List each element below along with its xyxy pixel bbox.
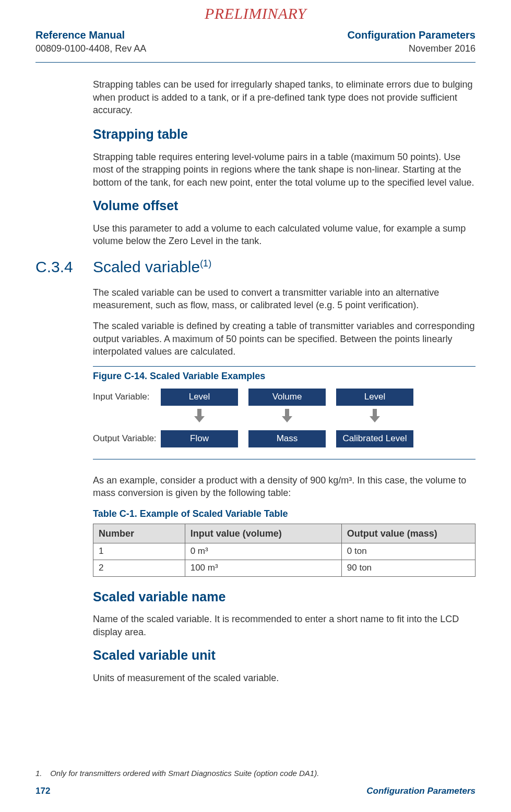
footnote-ref[interactable]: (1) [200,258,211,269]
section-c34-row: C.3.4 Scaled variable(1) [35,257,476,278]
sv-unit-paragraph: Units of measurement of the scaled varia… [93,672,476,684]
scaled-variable-p1: The scaled variable can be used to conve… [93,286,476,312]
scaled-variable-table: Number Input value (volume) Output value… [93,524,476,577]
volume-offset-heading: Volume offset [93,197,476,215]
sv-name-heading: Scaled variable name [93,588,476,606]
input-variable-label: Input Variable: [93,391,161,403]
footnote: 1. Only for transmitters ordered with Sm… [35,768,319,779]
page-content: Strapping tables can be used for irregul… [0,63,511,684]
th-input: Input value (volume) [185,524,341,543]
section-heading: Scaled variable(1) [93,257,211,278]
strapping-table-heading: Strapping table [93,126,476,143]
cell-input: 100 m³ [185,560,341,576]
preliminary-watermark: PRELIMINARY [205,3,306,25]
th-output: Output value (mass) [341,524,475,543]
arrow-cell-0 [161,409,238,427]
cell-input: 0 m³ [185,543,341,560]
page-number: 172 [35,785,50,797]
output-cell-1: Mass [248,430,326,447]
output-cell-0: Flow [161,430,238,447]
figure-c14: Input Variable: Level Volume Level [93,389,476,459]
svg-rect-4 [373,409,377,416]
header-right: Configuration Parameters November 2016 [347,28,476,55]
header-section: Configuration Parameters [347,28,476,42]
sv-name-paragraph: Name of the scaled variable. It is recom… [93,613,476,638]
header-left: Reference Manual 00809-0100-4408, Rev AA [35,28,146,55]
table-title: Table C-1. Example of Scaled Variable Ta… [93,507,476,520]
th-number: Number [93,524,185,543]
figure-title: Figure C-14. Scaled Variable Examples [93,366,476,382]
volume-offset-paragraph: Use this parameter to add a volume to ea… [93,222,476,248]
table-row: 2 100 m³ 90 ton [93,560,476,576]
table-header-row: Number Input value (volume) Output value… [93,524,476,543]
footnote-num: 1. [35,768,48,779]
section-number: C.3.4 [35,257,93,278]
doc-id: 00809-0100-4408, Rev AA [35,42,146,55]
figure-input-row: Input Variable: Level Volume Level [93,389,476,406]
arrow-down-icon [193,409,206,423]
svg-marker-3 [282,416,292,422]
output-variable-label: Output Variable: [93,433,161,445]
header-date: November 2016 [347,42,476,55]
svg-marker-1 [194,416,205,422]
svg-rect-2 [285,409,289,416]
cell-output: 90 ton [341,560,475,576]
arrow-cell-2 [336,409,413,427]
strapping-table-paragraph: Strapping table requires entering level-… [93,151,476,189]
svg-rect-0 [197,409,201,416]
output-cell-2: Calibrated Level [336,430,413,447]
intro-paragraph: Strapping tables can be used for irregul… [93,78,476,116]
cell-num: 1 [93,543,185,560]
arrow-down-icon [281,409,293,423]
table-row: 1 0 m³ 0 ton [93,543,476,560]
svg-marker-5 [370,416,380,422]
figure-output-row: Output Variable: Flow Mass Calibrated Le… [93,430,476,447]
arrow-down-icon [369,409,381,423]
scaled-variable-title: Scaled variable [93,258,200,275]
sv-unit-heading: Scaled variable unit [93,647,476,664]
input-cell-0: Level [161,389,238,406]
footnote-text: Only for transmitters ordered with Smart… [50,769,319,778]
cell-output: 0 ton [341,543,475,560]
figure-arrow-row [161,409,476,427]
input-cell-1: Volume [248,389,326,406]
arrow-cell-1 [248,409,326,427]
example-intro: As an example, consider a product with a… [93,474,476,500]
page-footer: 172 Configuration Parameters [35,785,476,797]
input-cell-2: Level [336,389,413,406]
manual-title: Reference Manual [35,28,146,42]
cell-num: 2 [93,560,185,576]
scaled-variable-p2: The scaled variable is defined by creati… [93,320,476,358]
footer-section-name: Configuration Parameters [366,785,476,797]
